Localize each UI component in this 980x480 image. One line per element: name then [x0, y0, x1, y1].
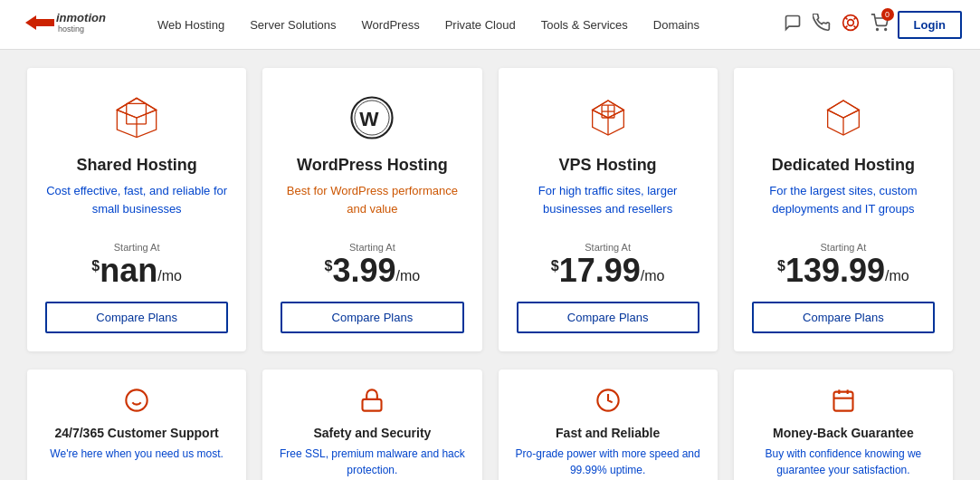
- main-content: Shared Hosting Cost effective, fast, and…: [0, 50, 980, 480]
- security-feature-desc: Free SSL, premium malware and hack prote…: [279, 446, 465, 478]
- nav-domains[interactable]: Domains: [641, 0, 712, 50]
- svg-line-34: [828, 110, 843, 118]
- svg-rect-39: [363, 399, 382, 411]
- wordpress-price: $ 3.99 /mo: [325, 254, 421, 287]
- wordpress-mo: /mo: [396, 268, 421, 284]
- vps-hosting-icon: [585, 91, 632, 145]
- wordpress-hosting-desc: Best for WordPress performance and value: [281, 182, 463, 226]
- shared-compare-button[interactable]: Compare Plans: [45, 302, 228, 333]
- vps-hosting-title: VPS Hosting: [559, 156, 657, 175]
- svg-point-36: [126, 389, 147, 410]
- shared-hosting-icon: [113, 91, 160, 145]
- support-feature-icon: [124, 388, 149, 418]
- dedicated-hosting-desc: For the largest sites, custom deployment…: [752, 182, 935, 226]
- cart-icon[interactable]: 0: [871, 14, 889, 36]
- dedicated-amount: 139.99: [785, 254, 885, 287]
- svg-point-4: [847, 19, 853, 25]
- svg-text:inmotion: inmotion: [56, 11, 106, 24]
- vps-amount: 17.99: [559, 254, 641, 287]
- shared-hosting-title: Shared Hosting: [77, 156, 197, 175]
- dedicated-dollar: $: [777, 258, 785, 274]
- wordpress-amount: 3.99: [332, 254, 395, 287]
- nav-web-hosting[interactable]: Web Hosting: [145, 0, 237, 50]
- feature-cards: 24/7/365 Customer Support We're here whe…: [27, 370, 953, 480]
- dedicated-hosting-card: Dedicated Hosting For the largest sites,…: [734, 68, 953, 351]
- dedicated-price: $ 139.99 /mo: [777, 254, 909, 287]
- nav-private-cloud[interactable]: Private Cloud: [433, 0, 528, 50]
- security-feature-card: Safety and Security Free SSL, premium ma…: [262, 370, 481, 480]
- nav-links: Web Hosting Server Solutions WordPress P…: [145, 0, 784, 50]
- svg-text:hosting: hosting: [58, 24, 84, 34]
- support-icon[interactable]: [842, 14, 860, 36]
- hosting-cards: Shared Hosting Cost effective, fast, and…: [27, 68, 953, 351]
- logo[interactable]: inmotion hosting: [18, 6, 118, 43]
- nav-wordpress[interactable]: WordPress: [349, 0, 433, 50]
- support-feature-card: 24/7/365 Customer Support We're here whe…: [27, 370, 246, 480]
- shared-dollar: $: [91, 258, 100, 274]
- security-feature-title: Safety and Security: [313, 426, 431, 440]
- guarantee-feature-card: Money-Back Guarantee Buy with confidence…: [734, 370, 953, 480]
- svg-text:W: W: [360, 108, 380, 130]
- shared-hosting-card: Shared Hosting Cost effective, fast, and…: [27, 68, 246, 351]
- chat-icon[interactable]: [784, 14, 802, 36]
- wordpress-hosting-title: WordPress Hosting: [297, 156, 448, 175]
- guarantee-feature-desc: Buy with confidence knowing we guarantee…: [750, 446, 937, 478]
- svg-point-9: [876, 28, 878, 30]
- wordpress-dollar: $: [325, 258, 333, 274]
- svg-line-6: [853, 25, 855, 27]
- navigation: inmotion hosting Web Hosting Server Solu…: [0, 0, 980, 50]
- login-button[interactable]: Login: [898, 11, 962, 39]
- vps-hosting-card: VPS Hosting For high traffic sites, larg…: [499, 68, 718, 351]
- wordpress-hosting-icon: W: [348, 91, 395, 145]
- vps-dollar: $: [551, 258, 559, 274]
- shared-amount: nan: [100, 254, 157, 287]
- shared-hosting-desc: Cost effective, fast, and reliable for s…: [45, 182, 228, 226]
- security-feature-icon: [359, 388, 385, 418]
- speed-feature-desc: Pro-grade power with more speed and 99.9…: [515, 446, 701, 478]
- dedicated-hosting-icon: [820, 91, 867, 145]
- support-feature-title: 24/7/365 Customer Support: [54, 426, 218, 440]
- svg-marker-32: [828, 101, 860, 118]
- guarantee-feature-icon: [831, 388, 856, 418]
- svg-line-8: [845, 25, 847, 27]
- speed-feature-title: Fast and Reliable: [556, 426, 660, 440]
- vps-price: $ 17.99 /mo: [551, 254, 665, 287]
- guarantee-feature-title: Money-Back Guarantee: [773, 426, 914, 440]
- vps-mo: /mo: [641, 268, 665, 284]
- dedicated-hosting-title: Dedicated Hosting: [772, 156, 915, 175]
- vps-hosting-desc: For high traffic sites, larger businesse…: [517, 182, 699, 226]
- svg-line-5: [845, 17, 847, 19]
- svg-line-35: [843, 110, 859, 118]
- speed-feature-icon: [595, 388, 621, 418]
- cart-badge: 0: [881, 8, 894, 21]
- nav-server-solutions[interactable]: Server Solutions: [237, 0, 348, 50]
- nav-icon-group: 0: [784, 14, 889, 36]
- dedicated-mo: /mo: [885, 268, 909, 284]
- phone-icon[interactable]: [813, 14, 831, 36]
- logo-image: inmotion hosting: [18, 6, 118, 39]
- svg-rect-41: [833, 392, 852, 411]
- wordpress-hosting-card: W WordPress Hosting Best for WordPress p…: [262, 68, 481, 351]
- svg-point-10: [884, 28, 886, 30]
- svg-marker-12: [117, 98, 156, 118]
- nav-tools-services[interactable]: Tools & Services: [528, 0, 641, 50]
- wordpress-compare-button[interactable]: Compare Plans: [281, 302, 463, 333]
- dedicated-compare-button[interactable]: Compare Plans: [752, 302, 935, 333]
- shared-mo: /mo: [157, 268, 182, 284]
- svg-marker-0: [25, 15, 54, 30]
- speed-feature-card: Fast and Reliable Pro-grade power with m…: [499, 370, 718, 480]
- vps-compare-button[interactable]: Compare Plans: [517, 302, 699, 333]
- svg-line-7: [853, 17, 855, 19]
- support-feature-desc: We're here when you need us most.: [50, 446, 224, 462]
- shared-price: $ nan /mo: [91, 254, 182, 287]
